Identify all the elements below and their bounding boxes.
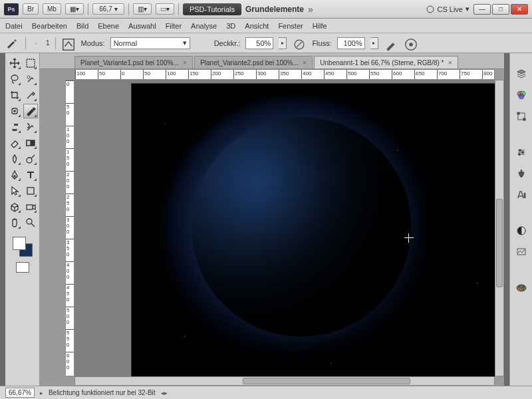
quick-select-tool[interactable] bbox=[23, 72, 38, 86]
close-icon[interactable]: × bbox=[303, 59, 307, 66]
move-tool[interactable] bbox=[7, 56, 22, 70]
brush-tool[interactable] bbox=[23, 104, 38, 118]
lasso-tool[interactable] bbox=[7, 72, 22, 86]
menu-auswahl[interactable]: Auswahl bbox=[128, 22, 156, 30]
svg-point-6 bbox=[11, 75, 18, 80]
color-swatches[interactable] bbox=[11, 235, 34, 258]
gradient-tool[interactable] bbox=[23, 136, 38, 150]
zoom-tool[interactable] bbox=[23, 215, 38, 230]
workspace-more-icon[interactable]: » bbox=[308, 4, 313, 15]
3d-tool[interactable] bbox=[7, 200, 22, 214]
close-icon[interactable]: × bbox=[448, 59, 452, 66]
path-select-tool[interactable] bbox=[7, 184, 22, 198]
current-tool-icon[interactable] bbox=[5, 37, 20, 49]
dodge-tool[interactable] bbox=[23, 152, 38, 166]
collapse-strip-right[interactable] bbox=[504, 53, 509, 386]
canvas-viewport[interactable] bbox=[74, 80, 495, 376]
crop-tool[interactable] bbox=[7, 88, 22, 102]
styles-panel-icon[interactable] bbox=[514, 166, 529, 181]
menu-hilfe[interactable]: Hilfe bbox=[313, 22, 327, 30]
brush-panel-icon[interactable] bbox=[61, 37, 76, 49]
title-bar: Ps Br Mb ▦▾ 66,7 ▾ ▥▾ ▭▾ PSD-Tutorials G… bbox=[0, 0, 532, 19]
status-arrow-icon[interactable]: ◂▸ bbox=[161, 390, 168, 396]
vertical-scrollbar[interactable] bbox=[495, 80, 504, 376]
bw-panel-icon[interactable] bbox=[514, 223, 529, 238]
swatches-panel-icon[interactable] bbox=[514, 281, 529, 295]
character-panel-icon[interactable] bbox=[514, 188, 529, 202]
svg-rect-14 bbox=[27, 205, 33, 209]
type-tool[interactable] bbox=[23, 168, 38, 182]
cs-live-button[interactable]: CS Live ▾ bbox=[426, 5, 469, 13]
pen-tool[interactable] bbox=[7, 168, 22, 182]
menu-bar: Datei Bearbeiten Bild Ebene Auswahl Filt… bbox=[0, 19, 532, 33]
view-extras-button[interactable]: ▦▾ bbox=[65, 3, 84, 15]
channels-panel-icon[interactable] bbox=[514, 88, 529, 102]
horizontal-ruler[interactable]: 1005005010015020025030035040045050055060… bbox=[74, 69, 495, 80]
screen-mode-button[interactable]: ▭▾ bbox=[156, 3, 174, 15]
bridge-button[interactable]: Br bbox=[23, 3, 39, 15]
svg-point-28 bbox=[518, 286, 520, 288]
opacity-input[interactable]: 50% bbox=[245, 37, 273, 49]
svg-rect-21 bbox=[523, 118, 525, 120]
healing-brush-tool[interactable] bbox=[7, 104, 22, 118]
paths-panel-icon[interactable] bbox=[514, 109, 529, 124]
menu-ansicht[interactable]: Ansicht bbox=[245, 22, 269, 30]
menu-analyse[interactable]: Analyse bbox=[191, 22, 217, 30]
history-brush-tool[interactable] bbox=[23, 120, 38, 134]
document-tab[interactable]: Planet_Variante2.psd bei 100%...× bbox=[194, 56, 313, 68]
mode-select[interactable]: Normal▾ bbox=[110, 37, 190, 49]
tablet-opacity-icon[interactable] bbox=[292, 37, 307, 49]
quick-mask-toggle[interactable] bbox=[16, 262, 29, 273]
canvas[interactable] bbox=[132, 84, 495, 376]
tablet-size-icon[interactable] bbox=[404, 37, 418, 49]
eraser-tool[interactable] bbox=[7, 136, 22, 150]
zoom-field[interactable]: 66,67% bbox=[5, 388, 35, 398]
brush-preview[interactable]: · bbox=[31, 38, 41, 48]
minibridge-button[interactable]: Mb bbox=[43, 3, 61, 15]
opacity-stepper[interactable]: ▸ bbox=[279, 37, 287, 49]
menu-ebene[interactable]: Ebene bbox=[98, 22, 119, 30]
svg-rect-20 bbox=[517, 112, 519, 114]
3d-camera-tool[interactable] bbox=[23, 200, 38, 214]
window-maximize-button[interactable]: □ bbox=[492, 4, 509, 15]
document-tab[interactable]: Planet_Variante1.psd bei 100%...× bbox=[74, 56, 193, 68]
menu-fenster[interactable]: Fenster bbox=[278, 22, 303, 30]
airbrush-icon[interactable] bbox=[384, 37, 398, 49]
navigator-panel-icon[interactable] bbox=[514, 245, 529, 259]
shape-tool[interactable] bbox=[23, 184, 38, 198]
planet bbox=[192, 117, 411, 336]
menu-3d[interactable]: 3D bbox=[226, 22, 235, 30]
eyedropper-tool[interactable] bbox=[23, 88, 38, 102]
status-arrow-icon[interactable]: ▸ bbox=[40, 390, 43, 396]
marquee-tool[interactable] bbox=[23, 56, 38, 70]
document-tab[interactable]: Unbenannt-1 bei 66,7% (Sterne, RGB/8) *× bbox=[314, 56, 458, 68]
horizontal-scrollbar[interactable] bbox=[74, 376, 495, 386]
vertical-ruler[interactable]: 050100150200250300350400450500550600 bbox=[65, 80, 74, 376]
hand-tool[interactable] bbox=[7, 215, 22, 230]
menu-datei[interactable]: Datei bbox=[5, 22, 23, 30]
window-close-button[interactable]: ✕ bbox=[511, 4, 528, 15]
workspace-badge[interactable]: PSD-Tutorials bbox=[183, 3, 241, 15]
close-icon[interactable]: × bbox=[183, 59, 187, 66]
menu-bild[interactable]: Bild bbox=[76, 22, 88, 30]
scrollbar-thumb[interactable] bbox=[243, 378, 410, 384]
clone-stamp-tool[interactable] bbox=[7, 120, 22, 134]
brush-size-label: 1 bbox=[46, 39, 50, 47]
window-minimize-button[interactable]: — bbox=[473, 4, 491, 15]
svg-rect-13 bbox=[27, 188, 34, 194]
collapse-strip-left[interactable] bbox=[0, 53, 5, 386]
view-extras-button-2[interactable]: ▥▾ bbox=[133, 3, 152, 15]
flow-input[interactable]: 100% bbox=[337, 37, 365, 49]
menu-bearbeiten[interactable]: Bearbeiten bbox=[32, 22, 67, 30]
panel-dock bbox=[509, 53, 532, 386]
svg-point-31 bbox=[522, 289, 524, 291]
layers-panel-icon[interactable] bbox=[514, 66, 529, 81]
workspace-subset[interactable]: Grundelemente bbox=[245, 5, 304, 14]
blur-tool[interactable] bbox=[7, 152, 22, 166]
scrollbar-thumb[interactable] bbox=[496, 199, 503, 287]
menu-filter[interactable]: Filter bbox=[166, 22, 182, 30]
zoom-dropdown[interactable]: 66,7 ▾ bbox=[92, 3, 124, 15]
flow-stepper[interactable]: ▸ bbox=[370, 37, 378, 49]
adjustments-panel-icon[interactable] bbox=[514, 145, 529, 160]
foreground-color[interactable] bbox=[13, 237, 26, 250]
